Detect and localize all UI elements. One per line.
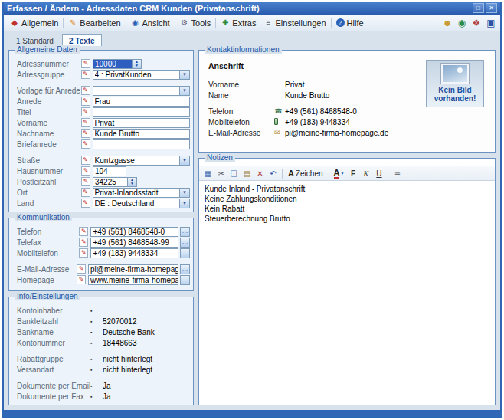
list-button[interactable]: ≣ <box>391 168 403 179</box>
font-dialog-button[interactable]: A Zeichen <box>286 169 326 178</box>
group-title: Kommunikation <box>15 213 72 221</box>
insert-image-icon[interactable]: ▦ <box>202 168 214 179</box>
vorlage-anrede-select[interactable]: ▼ <box>93 86 190 96</box>
field-row: E-Mail-Adresse ✎ pi@meine-firma-homepage… <box>12 264 190 274</box>
dropdown-icon[interactable]: ▼ <box>179 189 189 197</box>
tab-texte[interactable]: 2 Texte <box>62 34 102 46</box>
field-edit-icon[interactable]: ✎ <box>81 129 90 138</box>
field-edit-icon[interactable]: ✎ <box>81 199 90 208</box>
notes-editor[interactable]: Kunde Inland - Privatanschrift Keine Zah… <box>199 181 495 405</box>
menu-tools[interactable]: ⚙ Tools <box>176 17 215 29</box>
strasse-select[interactable]: Kuntzgasse ▼ <box>93 156 190 166</box>
open-homepage-button[interactable]: … <box>180 275 190 285</box>
adressnummer-input[interactable]: 10000 ▲▼ <box>93 59 142 69</box>
contact-label: E-Mail-Adresse <box>208 129 274 137</box>
field-edit-icon[interactable]: ✎ <box>77 275 86 284</box>
dropdown-icon[interactable]: ▼ <box>179 71 189 79</box>
info-value: Ja <box>103 382 111 390</box>
close-icon: ✕ <box>489 5 494 11</box>
cut-icon[interactable]: ✂ <box>215 168 227 179</box>
anrede-input[interactable]: Frau <box>93 97 190 107</box>
mobiltelefon-input[interactable]: +49 (183) 9448334 <box>90 248 178 258</box>
spinner-icon[interactable]: ▲▼ <box>132 60 141 68</box>
restore-button[interactable]: □ <box>473 3 484 13</box>
save-icon[interactable]: ▣ <box>484 16 498 29</box>
underline-button[interactable]: U <box>373 168 385 179</box>
field-edit-icon[interactable]: ✎ <box>81 139 90 149</box>
field-edit-icon[interactable]: ✎ <box>79 227 88 236</box>
titel-input[interactable] <box>93 107 190 117</box>
field-edit-icon[interactable]: ✎ <box>81 166 90 176</box>
contact-value: Kunde Brutto <box>285 91 329 100</box>
spinner-icon[interactable]: ▲▼ <box>127 178 136 186</box>
menu-label: Einstellungen <box>275 18 326 28</box>
spacer <box>12 80 190 85</box>
undo-icon[interactable]: ↶ <box>267 168 279 179</box>
field-edit-icon[interactable]: ✎ <box>79 248 88 258</box>
briefanrede-input[interactable] <box>93 139 190 149</box>
allgemein-icon: ◆ <box>10 18 19 27</box>
field-edit-icon[interactable]: ✎ <box>81 86 90 95</box>
hausnummer-input[interactable]: 104 <box>93 166 126 176</box>
menu-label: Ansicht <box>142 18 170 28</box>
homepage-input[interactable]: www.meine-firma-homepage.de <box>88 275 178 285</box>
italic-button[interactable]: K <box>360 168 371 179</box>
telefax-input[interactable]: +49 (561) 8468548-99 <box>90 238 178 248</box>
fax-button[interactable]: … <box>180 238 190 248</box>
field-edit-icon[interactable]: ✎ <box>81 107 90 116</box>
field-edit-icon[interactable]: ✎ <box>81 70 90 79</box>
nachname-input[interactable]: Kunde Brutto <box>93 129 190 139</box>
tab-standard[interactable]: 1 Standard <box>10 35 60 46</box>
field-edit-icon[interactable]: ✎ <box>81 156 90 165</box>
menu-bearbeiten[interactable]: ✎ Bearbeiten <box>64 17 124 29</box>
group-title: Info/Einstellungen <box>15 292 80 300</box>
field-edit-icon[interactable]: ✎ <box>81 118 90 127</box>
menu-allgemein[interactable]: ◆ Allgemein <box>6 17 62 29</box>
window-title: Erfassen / Ändern - Adressdaten CRM Kund… <box>7 4 471 13</box>
phone-icon: ☎ <box>274 107 285 115</box>
delete-icon[interactable]: ✕ <box>254 168 266 179</box>
toolbar-separator <box>388 169 388 179</box>
field-edit-icon[interactable]: ✎ <box>81 59 90 68</box>
globe-icon[interactable]: ◉ <box>455 16 469 29</box>
notes-line: Steuerberechnung Brutto <box>205 214 489 224</box>
copy-icon[interactable]: ❏ <box>228 168 240 179</box>
dropdown-icon[interactable]: ▼ <box>179 156 189 165</box>
field-edit-icon[interactable]: ✎ <box>81 188 90 197</box>
font-color-button[interactable]: A ▼ <box>332 169 346 179</box>
tabbar: 1 Standard 2 Texte <box>4 31 500 46</box>
field-value: 10000 <box>95 60 132 68</box>
vorname-input[interactable]: Privat <box>93 118 190 128</box>
bold-button[interactable]: F <box>347 168 358 179</box>
user-icon[interactable]: ☻ <box>440 16 454 29</box>
dial-mobile-button[interactable]: … <box>180 248 190 258</box>
postleitzahl-input[interactable]: 34225 ▲▼ <box>93 177 137 187</box>
email-input[interactable]: pi@meine-firma-homepage.de <box>88 264 178 274</box>
menu-einstellungen[interactable]: ≡ Einstellungen <box>260 17 329 29</box>
menu-hilfe[interactable]: ? Hilfe <box>332 17 368 29</box>
field-edit-icon[interactable]: ✎ <box>81 177 90 186</box>
compose-email-button[interactable]: … <box>180 264 190 274</box>
group-kontaktinformationen: Kontaktinformationen Anschrift Vorname P… <box>198 50 496 153</box>
telefon-input[interactable]: +49 (561) 8468548-0 <box>90 227 178 237</box>
field-value: +49 (183) 9448334 <box>93 249 178 258</box>
field-edit-icon[interactable]: ✎ <box>81 97 90 106</box>
dropdown-icon[interactable]: ▼ <box>179 87 189 95</box>
modules-icon[interactable]: ❖ <box>470 16 483 29</box>
info-row: Dokumente per Fax ▪ Ja <box>12 391 190 402</box>
adressgruppe-select[interactable]: 4 : PrivatKunden ▼ <box>93 70 190 80</box>
field-label: Anrede <box>17 97 81 106</box>
field-edit-icon[interactable]: ✎ <box>79 238 88 247</box>
field-edit-icon[interactable]: ✎ <box>77 264 86 274</box>
field-label: Nachname <box>17 130 81 138</box>
dial-button[interactable]: … <box>180 227 190 237</box>
titlebar[interactable]: Erfassen / Ändern - Adressdaten CRM Kund… <box>4 2 500 15</box>
menu-ansicht[interactable]: ◉ Ansicht <box>127 17 174 29</box>
close-button[interactable]: ✕ <box>486 3 497 13</box>
dropdown-icon[interactable]: ▼ <box>179 199 189 208</box>
envelope-icon: ✉ <box>274 129 285 136</box>
menu-extras[interactable]: ✚ Extras <box>217 17 260 29</box>
land-select[interactable]: DE : Deutschland ▼ <box>93 199 190 208</box>
paste-icon[interactable]: ▤ <box>241 168 253 179</box>
ort-select[interactable]: Privat-Inlandsstadt ▼ <box>93 188 190 198</box>
